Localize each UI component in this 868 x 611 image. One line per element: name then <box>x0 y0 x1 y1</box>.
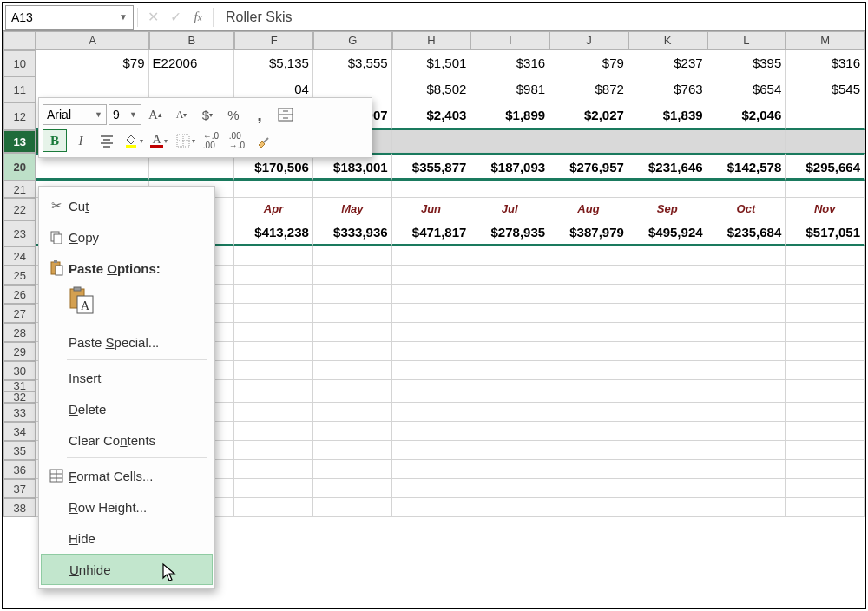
cell[interactable] <box>234 403 313 422</box>
cell[interactable] <box>313 403 392 422</box>
cell[interactable] <box>313 304 392 323</box>
cell[interactable] <box>549 498 628 517</box>
cell[interactable] <box>786 323 865 342</box>
cell[interactable] <box>549 285 628 304</box>
cell[interactable] <box>549 361 628 380</box>
cell[interactable] <box>628 361 707 380</box>
cell[interactable] <box>313 342 392 361</box>
column-header-K[interactable]: K <box>628 31 707 50</box>
row-header-21[interactable]: 21 <box>3 181 36 198</box>
cell[interactable]: May <box>313 198 392 220</box>
comma-format-button[interactable]: , <box>247 103 272 126</box>
cell[interactable]: $276,957 <box>549 153 628 181</box>
cell[interactable] <box>786 361 865 380</box>
ctx-format-cells[interactable]: Format Cells... <box>41 460 213 491</box>
cell[interactable] <box>549 391 628 403</box>
column-header-A[interactable]: A <box>36 31 148 50</box>
cell[interactable] <box>549 266 628 285</box>
cell[interactable] <box>707 361 786 380</box>
cell[interactable] <box>470 246 549 266</box>
align-center-button[interactable] <box>95 129 119 152</box>
cell[interactable] <box>786 479 865 498</box>
row-header-30[interactable]: 30 <box>3 361 36 380</box>
cell[interactable] <box>786 266 865 285</box>
cell[interactable] <box>628 130 707 153</box>
cell[interactable]: $231,646 <box>628 153 707 181</box>
ctx-unhide[interactable]: Unhide <box>41 554 213 585</box>
cell[interactable] <box>628 323 707 342</box>
row-header-38[interactable]: 38 <box>3 498 36 517</box>
row-header-22[interactable]: 22 <box>3 198 36 220</box>
cell[interactable] <box>549 304 628 323</box>
cell[interactable] <box>707 246 786 266</box>
row-header-25[interactable]: 25 <box>3 266 36 285</box>
column-header-M[interactable]: M <box>786 31 865 50</box>
cell[interactable] <box>392 403 471 422</box>
cell[interactable]: $654 <box>707 76 786 102</box>
column-header-F[interactable]: F <box>234 31 313 50</box>
cell[interactable]: $235,684 <box>707 220 786 246</box>
cell[interactable] <box>234 380 313 391</box>
cell[interactable]: $316 <box>470 50 549 76</box>
cell[interactable]: $316 <box>786 50 865 76</box>
cell[interactable] <box>707 441 786 460</box>
cell[interactable] <box>628 391 707 403</box>
cell[interactable]: $187,093 <box>470 153 549 181</box>
cell[interactable]: $2,046 <box>707 102 786 130</box>
cell[interactable]: $395 <box>707 50 786 76</box>
cell[interactable] <box>628 479 707 498</box>
cell[interactable] <box>470 304 549 323</box>
cell[interactable] <box>707 285 786 304</box>
cell[interactable] <box>234 441 313 460</box>
cell[interactable] <box>707 479 786 498</box>
cell[interactable] <box>707 403 786 422</box>
cell[interactable] <box>392 391 471 403</box>
ctx-hide[interactable]: Hide <box>41 522 213 554</box>
formula-bar[interactable]: Roller Skis <box>217 10 865 25</box>
cell[interactable]: $763 <box>628 76 707 102</box>
cell[interactable] <box>392 304 471 323</box>
cell[interactable] <box>313 479 392 498</box>
cell[interactable]: $872 <box>549 76 628 102</box>
cell[interactable] <box>313 380 392 391</box>
cell[interactable] <box>628 304 707 323</box>
grow-font-button[interactable]: A▴ <box>143 103 168 126</box>
column-header-G[interactable]: G <box>313 31 392 50</box>
cell[interactable]: $517,051 <box>786 220 865 246</box>
cell[interactable] <box>786 422 865 441</box>
font-color-button[interactable]: A▾ <box>147 129 171 152</box>
merge-center-button[interactable] <box>273 103 298 126</box>
cell[interactable] <box>234 361 313 380</box>
cell[interactable]: $79 <box>549 50 628 76</box>
increase-decimal-button[interactable]: ←.0.00 <box>199 129 223 152</box>
ctx-cut[interactable]: ✂ Cut <box>41 190 213 221</box>
select-all-corner[interactable] <box>3 31 36 50</box>
cell[interactable] <box>549 181 628 198</box>
cell[interactable] <box>628 266 707 285</box>
row-header-24[interactable]: 24 <box>3 246 36 266</box>
cell[interactable]: Jun <box>392 198 471 220</box>
cell[interactable] <box>313 181 392 198</box>
cell[interactable] <box>707 422 786 441</box>
row-header-36[interactable]: 36 <box>3 460 36 479</box>
column-header-H[interactable]: H <box>392 31 471 50</box>
ctx-insert[interactable]: Insert <box>41 362 213 393</box>
cell[interactable] <box>549 323 628 342</box>
cell[interactable] <box>470 323 549 342</box>
cell[interactable]: Aug <box>549 198 628 220</box>
cell[interactable]: $333,936 <box>313 220 392 246</box>
cell[interactable] <box>234 460 313 479</box>
cell[interactable] <box>470 342 549 361</box>
row-header-34[interactable]: 34 <box>3 422 36 441</box>
insert-function-button[interactable]: fx <box>187 6 209 29</box>
cell[interactable] <box>234 304 313 323</box>
cell[interactable] <box>628 403 707 422</box>
cell[interactable] <box>707 342 786 361</box>
cell[interactable]: $5,135 <box>234 50 313 76</box>
cell[interactable] <box>234 246 313 266</box>
cell[interactable] <box>786 102 865 130</box>
cell[interactable] <box>234 342 313 361</box>
cell[interactable] <box>470 441 549 460</box>
cell[interactable] <box>470 285 549 304</box>
paste-keep-text-icon[interactable]: A <box>67 286 96 315</box>
